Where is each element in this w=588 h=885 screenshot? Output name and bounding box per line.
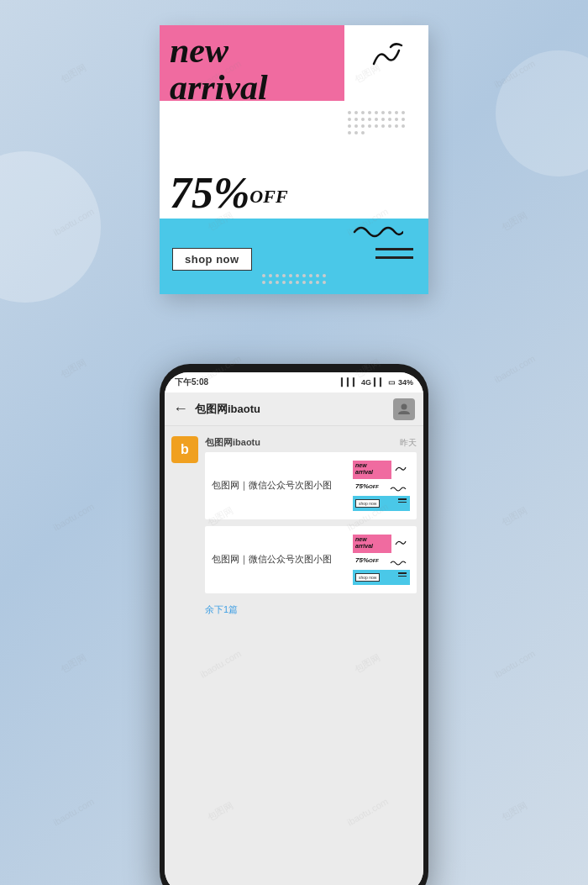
banner-title-line2: arrival	[170, 68, 268, 107]
mini-lines-2	[398, 572, 407, 578]
more-articles-link[interactable]: 余下1篇	[205, 600, 417, 619]
message-thumbnail-2: newarrival 75%OFF shop now	[353, 535, 410, 585]
svg-point-0	[402, 403, 407, 409]
battery-icon: ▭	[388, 378, 396, 387]
watermark-item: ibaotu.com	[0, 416, 174, 617]
banner-main: new arrival 75%OFF	[160, 25, 428, 294]
discount-off: OFF	[249, 186, 287, 207]
squiggle-top-icon	[370, 40, 412, 73]
discount-percent: 75%	[170, 169, 249, 217]
bg-decoration-circle-right	[496, 50, 588, 176]
sender-name-row: 包图网ibaotu 昨天	[205, 436, 417, 449]
banner-title-line1: new	[170, 31, 228, 70]
chat-header: ← 包图网ibaotu	[165, 392, 423, 426]
watermark-item: ibaotu.com	[0, 711, 174, 885]
dots-pattern-bottom	[260, 272, 328, 286]
message-item-2[interactable]: 包图网｜微信公众号次图小图 newarrival 75%OFF	[205, 526, 417, 593]
status-time: 下午5:08	[175, 377, 208, 388]
phone-screen: 下午5:08 ▎▎▎ 4G ▎▎ ▭ 34% ← 包图网ibaotu	[165, 372, 423, 885]
banner-card: new arrival 75%OFF	[160, 25, 428, 294]
mini-title-2: newarrival	[355, 536, 373, 549]
mini-wave-icon	[390, 485, 407, 493]
status-icons: ▎▎▎ 4G ▎▎ ▭ 34%	[341, 378, 413, 387]
chat-header-title: 包图网ibaotu	[195, 402, 386, 417]
dots-pattern-right	[346, 109, 413, 168]
sender-avatar-letter: b	[181, 442, 189, 457]
shop-now-button[interactable]: shop now	[172, 248, 252, 271]
message-timestamp: 昨天	[400, 437, 417, 449]
battery-percent: 34%	[398, 378, 413, 387]
sender-avatar: b	[171, 436, 198, 463]
banner-title: new arrival	[170, 32, 268, 106]
decorative-lines	[375, 248, 413, 265]
profile-icon[interactable]	[393, 398, 415, 420]
mini-discount-2: 75%OFF	[355, 556, 379, 564]
watermark-item: 包图网	[414, 416, 588, 617]
message-item-1[interactable]: 包图网｜微信公众号次图小图 newarrival 75%OFF	[205, 452, 417, 519]
watermark-item: 包图网	[0, 563, 174, 764]
watermark-item: ibaotu.com	[414, 563, 588, 764]
message-thumbnail-1: newarrival 75%OFF shop now	[353, 461, 410, 511]
mini-discount: 75%OFF	[355, 482, 379, 490]
mini-title: newarrival	[355, 462, 373, 475]
mini-squiggle-icon	[395, 464, 407, 474]
banner-discount: 75%OFF	[170, 168, 288, 218]
message-text-2: 包图网｜微信公众号次图小图	[212, 553, 346, 566]
signal-icon2: ▎▎	[374, 378, 386, 387]
mini-shop-now: shop now	[355, 499, 380, 508]
sender-row: b 包图网ibaotu 昨天 包图网｜微信公众号次图小图 newarrival	[171, 436, 417, 619]
message-text-1: 包图网｜微信公众号次图小图	[212, 479, 346, 492]
phone-mockup: 下午5:08 ▎▎▎ 4G ▎▎ ▭ 34% ← 包图网ibaotu	[160, 364, 428, 885]
squiggle-bottom-icon	[353, 222, 403, 244]
mini-lines	[398, 498, 407, 504]
mini-squiggle-icon-2	[395, 538, 407, 548]
sender-name: 包图网ibaotu	[205, 436, 260, 449]
bg-decoration-circle-left	[0, 151, 101, 303]
watermark-item: ibaotu.com	[414, 268, 588, 469]
watermark-item: 包图网	[414, 711, 588, 885]
chat-body: b 包图网ibaotu 昨天 包图网｜微信公众号次图小图 newarrival	[165, 426, 423, 885]
mini-wave-icon-2	[390, 559, 407, 566]
network-type: 4G	[361, 378, 371, 387]
back-button[interactable]: ←	[173, 400, 188, 418]
signal-icon: ▎▎▎	[341, 378, 359, 387]
status-bar: 下午5:08 ▎▎▎ 4G ▎▎ ▭ 34%	[165, 372, 423, 392]
mini-shop-now-2: shop now	[355, 573, 380, 582]
watermark-item: 包图网	[0, 0, 174, 174]
sender-info: 包图网ibaotu 昨天 包图网｜微信公众号次图小图 newarrival	[205, 436, 417, 619]
